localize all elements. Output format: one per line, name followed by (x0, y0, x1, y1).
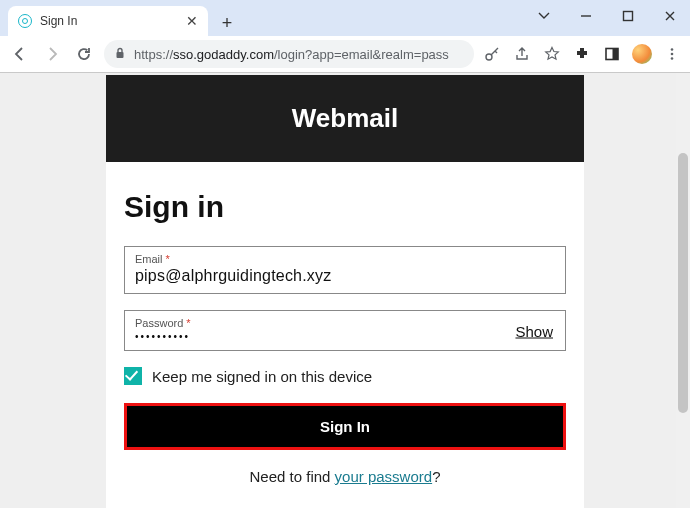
password-field-wrap[interactable]: Password * •••••••••• Show (124, 310, 566, 351)
remember-label: Keep me signed in on this device (152, 368, 372, 385)
password-label: Password * (135, 317, 555, 329)
show-password-link[interactable]: Show (515, 322, 553, 339)
window-controls (530, 4, 684, 28)
scrollbar[interactable] (676, 73, 690, 508)
menu-icon[interactable] (662, 44, 682, 64)
svg-point-7 (671, 53, 674, 56)
url-host: sso.godaddy.com (173, 47, 274, 62)
svg-rect-1 (624, 12, 633, 21)
browser-toolbar: https://sso.godaddy.com/login?app=email&… (0, 36, 690, 72)
scrollbar-thumb[interactable] (678, 153, 688, 413)
chevron-down-icon[interactable] (530, 4, 558, 28)
password-input[interactable]: •••••••••• (135, 331, 555, 342)
forgot-prefix: Need to find (250, 468, 335, 485)
page-card: Webmail Sign in Email * Password * •••••… (106, 75, 584, 508)
svg-rect-2 (117, 52, 124, 58)
profile-avatar[interactable] (632, 44, 652, 64)
close-window-button[interactable] (656, 4, 684, 28)
svg-point-8 (671, 57, 674, 60)
share-icon[interactable] (512, 44, 532, 64)
forgot-suffix: ? (432, 468, 440, 485)
new-tab-button[interactable]: + (214, 10, 240, 36)
browser-tab[interactable]: Sign In ✕ (8, 6, 208, 36)
forward-button[interactable] (40, 42, 64, 66)
url-prefix: https:// (134, 47, 173, 62)
minimize-button[interactable] (572, 4, 600, 28)
tab-title: Sign In (40, 14, 178, 28)
svg-rect-5 (613, 49, 619, 60)
signin-button[interactable]: Sign In (127, 406, 563, 447)
titlebar: Sign In ✕ + (0, 0, 690, 36)
svg-point-6 (671, 48, 674, 51)
remember-row: Keep me signed in on this device (124, 367, 566, 385)
email-field-wrap[interactable]: Email * (124, 246, 566, 294)
email-input[interactable] (135, 267, 555, 285)
toolbar-icons (482, 44, 682, 64)
url-text: https://sso.godaddy.com/login?app=email&… (134, 47, 464, 62)
back-button[interactable] (8, 42, 32, 66)
page-heading: Sign in (124, 190, 566, 224)
favicon-icon (18, 14, 32, 28)
address-bar[interactable]: https://sso.godaddy.com/login?app=email&… (104, 40, 474, 68)
forgot-password-row: Need to find your password? (124, 468, 566, 485)
signin-button-highlight: Sign In (124, 403, 566, 450)
tab-close-icon[interactable]: ✕ (186, 13, 198, 29)
extensions-icon[interactable] (572, 44, 592, 64)
star-icon[interactable] (542, 44, 562, 64)
page-viewport: Webmail Sign in Email * Password * •••••… (0, 73, 690, 508)
lock-icon (114, 47, 126, 62)
signin-form: Sign in Email * Password * •••••••••• Sh… (106, 162, 584, 495)
forgot-password-link[interactable]: your password (335, 468, 433, 485)
reload-button[interactable] (72, 42, 96, 66)
key-icon[interactable] (482, 44, 502, 64)
maximize-button[interactable] (614, 4, 642, 28)
banner-title: Webmail (106, 75, 584, 162)
remember-checkbox[interactable] (124, 367, 142, 385)
email-label: Email * (135, 253, 555, 265)
url-path: /login?app=email&realm=pass (274, 47, 449, 62)
avatar-icon (632, 44, 652, 64)
panel-icon[interactable] (602, 44, 622, 64)
browser-chrome: Sign In ✕ + (0, 0, 690, 73)
